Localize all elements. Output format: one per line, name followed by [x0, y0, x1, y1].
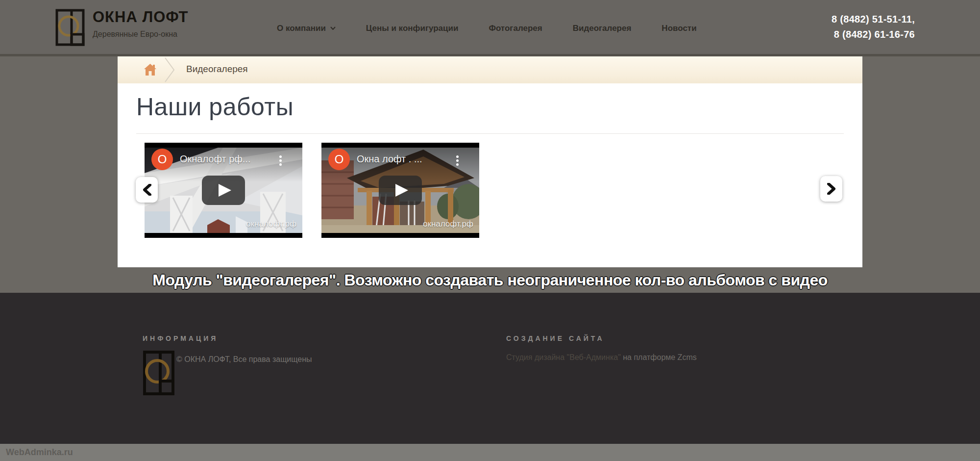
annotation-caption: Модуль "видеогалерея". Возможно создават…: [152, 271, 827, 289]
footer-credit-link[interactable]: Студия дизайна "Веб-Админка": [506, 353, 621, 361]
footer-copyright: © ОКНА ЛОФТ, Все права защищены: [176, 355, 312, 364]
page-title: Наши работы: [136, 93, 294, 121]
nav-item-news[interactable]: Новости: [662, 24, 696, 33]
nav-item-label: Видеогалерея: [573, 24, 632, 33]
main-nav: О компании Цены и конфигурации Фотогалер…: [277, 0, 697, 56]
video-watermark: окналофт.рф: [246, 219, 296, 229]
video-title[interactable]: Окналофт рф...: [180, 154, 250, 165]
content-box: Видеогалерея Наши работы: [118, 56, 862, 267]
carousel-prev-button[interactable]: [136, 177, 158, 203]
nav-item-label: О компании: [277, 24, 326, 33]
site-logo[interactable]: ОКНА ЛОФТ Деревянные Евро-окна: [55, 9, 189, 46]
logo-text: ОКНА ЛОФТ Деревянные Евро-окна: [93, 9, 189, 39]
home-icon[interactable]: [144, 63, 157, 76]
caption-band: Модуль "видеогалерея". Возможно создават…: [0, 267, 980, 293]
nav-item-label: Фотогалерея: [489, 24, 542, 33]
video-watermark: окналофт.рф: [423, 219, 473, 229]
title-divider: [136, 133, 844, 134]
page: ОКНА ЛОФТ Деревянные Евро-окна О компани…: [0, 0, 980, 461]
nav-item-label: Цены и конфигурации: [366, 24, 459, 33]
nav-item-videogallery[interactable]: Видеогалерея: [573, 24, 632, 33]
play-button[interactable]: [379, 176, 422, 205]
kebab-menu-icon[interactable]: [279, 155, 282, 166]
site-footer: ИНФОРМАЦИЯ © ОКНА ЛОФТ, Все права защище…: [0, 293, 980, 444]
nav-item-photogallery[interactable]: Фотогалерея: [489, 24, 542, 33]
footer-credit-rest: на платформе Zcms: [621, 353, 697, 361]
logo-subtitle: Деревянные Евро-окна: [93, 30, 189, 39]
video-carousel: О Окналофт рф... окналофт.рф: [118, 143, 862, 238]
kebab-menu-icon[interactable]: [456, 155, 459, 166]
nav-item-label: Новости: [662, 24, 696, 33]
nav-item-about[interactable]: О компании: [277, 24, 336, 33]
chevron-down-icon: [330, 26, 336, 30]
channel-avatar[interactable]: О: [328, 149, 350, 170]
phone-line-2: 8 (8482) 61-16-76: [832, 27, 915, 42]
channel-avatar[interactable]: О: [151, 149, 173, 170]
carousel-next-button[interactable]: [820, 176, 842, 202]
video-title[interactable]: Окна лофт . ...: [357, 154, 422, 165]
footer-info-heading: ИНФОРМАЦИЯ: [143, 334, 218, 342]
footer-site-heading: СОЗДАНИЕ САЙТА: [506, 334, 605, 342]
logo-title: ОКНА ЛОФТ: [93, 9, 189, 26]
breadcrumb-separator-icon: [164, 57, 175, 82]
footer-window-logo-icon: [143, 350, 175, 396]
phone-line-1: 8 (8482) 51-51-11,: [832, 12, 915, 27]
site-header: ОКНА ЛОФТ Деревянные Евро-окна О компани…: [0, 0, 980, 56]
bottom-strip: WebAdminka.ru: [0, 444, 980, 461]
breadcrumb: Видеогалерея: [118, 56, 862, 83]
footer-credit: Студия дизайна "Веб-Админка" на платформ…: [506, 353, 697, 362]
phone-numbers: 8 (8482) 51-51-11, 8 (8482) 61-16-76: [832, 12, 915, 42]
breadcrumb-current: Видеогалерея: [186, 64, 248, 75]
window-logo-icon: [55, 9, 85, 46]
chevron-left-icon: [143, 184, 151, 196]
footer-info-row: © ОКНА ЛОФТ, Все права защищены: [143, 350, 312, 396]
chevron-right-icon: [827, 183, 836, 195]
nav-item-prices[interactable]: Цены и конфигурации: [366, 24, 459, 33]
play-button[interactable]: [202, 176, 245, 205]
video-card-1[interactable]: О Окналофт рф... окналофт.рф: [145, 143, 302, 238]
video-card-2[interactable]: О Окна лофт . ... окналофт.рф: [321, 143, 479, 238]
webadminka-badge[interactable]: WebAdminka.ru: [6, 447, 73, 458]
